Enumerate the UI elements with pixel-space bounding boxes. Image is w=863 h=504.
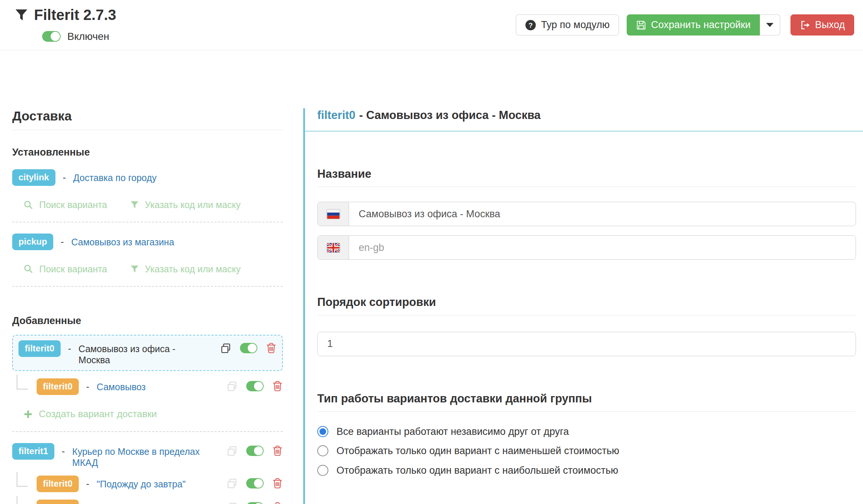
dashed-separator xyxy=(12,222,283,222)
brand: Filterit 2.7.3 xyxy=(15,6,116,24)
logout-button[interactable]: Выход xyxy=(791,14,854,35)
tree-elbow xyxy=(17,496,28,504)
variant-name-link[interactable]: "Подожду до завтра" xyxy=(97,479,186,489)
topbar: Filterit 2.7.3 Включен ? Тур по модулю С… xyxy=(0,0,863,50)
row-actions xyxy=(226,443,283,457)
search-variant-link[interactable]: Поиск варианта xyxy=(23,199,107,210)
work-type-option-label: Отображать только один вариант с наимень… xyxy=(336,445,619,457)
chevron-down-icon xyxy=(766,23,774,27)
save-icon xyxy=(636,20,646,30)
work-type-radio[interactable] xyxy=(317,445,328,456)
copy-icon[interactable] xyxy=(226,478,238,489)
enabled-toggle[interactable] xyxy=(246,381,264,391)
work-type-radio[interactable] xyxy=(317,465,328,476)
content: Доставка Установленные citylink - Достав… xyxy=(0,50,863,504)
installed-heading: Установленные xyxy=(12,146,283,158)
work-type-option[interactable]: Все варианты работают независимо друг от… xyxy=(317,426,856,437)
trash-icon[interactable] xyxy=(266,342,277,354)
added-row-selected[interactable]: filterit0 - Самовывоз из офиса - Москва xyxy=(12,335,283,371)
shipping-name-link[interactable]: Курьер по Москве в пределах МКАД xyxy=(72,446,200,468)
added-group-row: filterit1 - Курьер по Москве в пределах … xyxy=(12,443,283,468)
set-code-mask-label: Указать код или маску xyxy=(145,199,241,210)
variant-name-link[interactable]: Самовывоз xyxy=(97,382,146,392)
name-input-group-en xyxy=(317,235,856,260)
dash-separator: - xyxy=(86,381,89,392)
installed-row-citylink: citylink - Доставка по городу xyxy=(12,169,283,186)
trash-icon[interactable] xyxy=(272,380,283,392)
enabled-toggle[interactable] xyxy=(246,446,264,456)
shipping-code-badge: filterit0 xyxy=(18,340,61,357)
panel-title-name: - Самовывоз из офиса - Москва xyxy=(359,109,541,122)
search-icon xyxy=(23,264,33,274)
search-icon xyxy=(23,200,33,210)
added-variant-row: filterit1 - "Подожду до завтра" xyxy=(12,500,283,504)
work-type-option-label: Все варианты работают независимо друг от… xyxy=(336,426,569,437)
copy-icon[interactable] xyxy=(226,502,238,504)
enabled-toggle[interactable] xyxy=(240,343,257,353)
copy-icon[interactable] xyxy=(220,343,231,354)
search-variant-link[interactable]: Поиск варианта xyxy=(23,263,107,275)
tour-button[interactable]: ? Тур по модулю xyxy=(516,14,619,35)
create-variant-link[interactable]: Создать вариант доставки xyxy=(23,408,283,420)
dashed-separator xyxy=(12,286,283,287)
work-type-radio[interactable] xyxy=(317,426,328,437)
sign-out-icon xyxy=(800,20,810,30)
uk-flag-icon xyxy=(326,243,340,253)
installed-row-pickup: pickup - Самовывоз из магазина xyxy=(12,234,283,250)
topbar-actions: ? Тур по модулю Сохранить настройки Выхо… xyxy=(516,14,854,35)
tree-elbow xyxy=(17,472,28,487)
name-input-en[interactable] xyxy=(349,236,856,259)
copy-icon[interactable] xyxy=(226,381,238,392)
work-type-option[interactable]: Отображать только один вариант с наимень… xyxy=(317,445,856,457)
shipping-name-link[interactable]: Самовывоз из магазина xyxy=(71,237,174,247)
shipping-name-link[interactable]: Доставка по городу xyxy=(73,173,157,183)
added-variant-row: filterit0 - "Подожду до завтра" xyxy=(12,476,283,492)
save-options-dropdown-button[interactable] xyxy=(760,14,780,35)
trash-icon[interactable] xyxy=(272,477,283,489)
panel-title-code: filterit0 xyxy=(317,109,355,122)
enabled-toggle[interactable] xyxy=(246,502,264,504)
trash-icon[interactable] xyxy=(272,445,283,457)
pickup-actions: Поиск варианта Указать код или маску xyxy=(23,263,283,275)
module-enabled-toggle[interactable] xyxy=(42,31,61,42)
funnel-small-icon xyxy=(130,265,139,273)
tree-elbow xyxy=(17,375,28,389)
work-type-section-heading: Тип работы вариантов доставки данной гру… xyxy=(317,392,856,412)
name-input-ru[interactable] xyxy=(349,202,856,226)
plus-icon xyxy=(23,409,33,419)
question-circle-icon: ? xyxy=(525,20,536,31)
svg-text:?: ? xyxy=(528,21,533,29)
set-code-mask-link[interactable]: Указать код или маску xyxy=(130,263,241,275)
dash-separator: - xyxy=(68,343,71,354)
row-actions xyxy=(226,500,283,504)
page-title: Filterit 2.7.3 xyxy=(34,6,116,24)
sort-section-heading: Порядок сортировки xyxy=(317,295,856,315)
module-status: Включен xyxy=(42,30,109,43)
set-code-mask-label: Указать код или маску xyxy=(145,263,241,275)
dash-separator: - xyxy=(86,478,89,489)
save-settings-button[interactable]: Сохранить настройки xyxy=(627,14,760,35)
language-addon-ru xyxy=(318,202,349,226)
copy-icon[interactable] xyxy=(226,445,238,457)
name-section-heading: Название xyxy=(317,167,856,187)
sort-order-input[interactable] xyxy=(317,332,856,356)
row-actions xyxy=(226,476,283,489)
trash-icon[interactable] xyxy=(272,501,283,504)
shipping-code-badge: filterit1 xyxy=(12,443,54,460)
dash-separator: - xyxy=(86,502,89,504)
variant-code-badge: filterit0 xyxy=(37,476,79,492)
row-actions xyxy=(220,340,277,354)
tour-button-label: Тур по модулю xyxy=(541,19,609,31)
work-type-option[interactable]: Отображать только один вариант с наиболь… xyxy=(317,464,856,476)
dash-separator: - xyxy=(62,446,65,457)
row-actions xyxy=(226,378,283,392)
enabled-toggle[interactable] xyxy=(246,478,264,488)
funnel-small-icon xyxy=(130,200,139,209)
search-variant-label: Поиск варианта xyxy=(39,263,107,275)
set-code-mask-link[interactable]: Указать код или маску xyxy=(130,199,241,210)
funnel-icon xyxy=(15,8,28,21)
search-variant-label: Поиск варианта xyxy=(39,199,107,210)
russia-flag-icon xyxy=(326,209,340,219)
dashed-separator xyxy=(12,431,283,432)
name-input-group-ru xyxy=(317,202,856,226)
